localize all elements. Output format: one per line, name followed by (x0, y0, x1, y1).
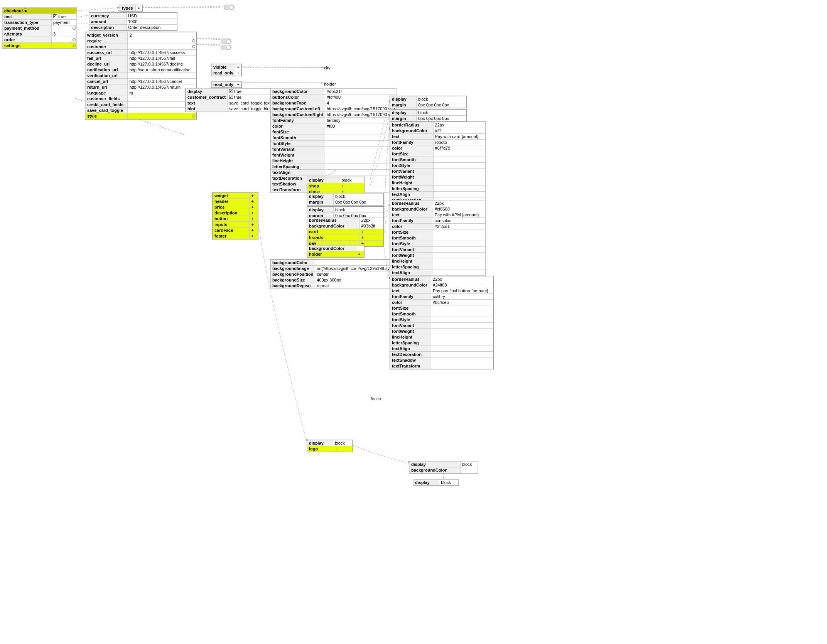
display-value: true (228, 89, 273, 94)
checkout-label[interactable]: checkout ● (3, 8, 77, 14)
decline-url-key: decline_url (86, 61, 128, 67)
bg-color-card-value: #03b3ff (359, 223, 383, 229)
visible-key: visible (212, 64, 235, 70)
bg-color-card-key: backgroundColor (307, 223, 360, 229)
inputs-port[interactable]: + (250, 222, 258, 228)
font-family-pcb-key: fontFamily (390, 140, 434, 145)
card-port[interactable]: + (359, 229, 383, 235)
types-port[interactable]: + (136, 5, 142, 11)
disp-r1-value: block (416, 96, 466, 102)
holder-port[interactable]: + (356, 251, 364, 257)
bg-color2-key: backgroundColor (271, 260, 315, 266)
line-height-pcb-value (433, 180, 485, 186)
font-weight-pab-value (433, 253, 485, 258)
font-smooth-pcb-key: fontSmooth (390, 157, 434, 163)
notification-url-value: http://your_shop.com/notification (128, 67, 196, 73)
font-family-pab-key: fontFamily (390, 218, 433, 224)
header-key: header (213, 199, 250, 204)
amount-value: 1000 (126, 19, 177, 25)
line-height-pfb-key: lineHeight (390, 334, 431, 340)
toggle-require[interactable] (221, 39, 231, 44)
shop-port[interactable]: + (340, 183, 364, 189)
description-value: Order description (126, 25, 177, 30)
inputs-key: inputs (213, 222, 250, 228)
border-radius-pfb-key: borderRadius (390, 276, 431, 282)
display-block-right-1: display block margin 0px 0px 0px 0px (390, 96, 467, 108)
bg-color-b1-key: backgroundColor (410, 467, 461, 473)
visible-port[interactable]: + (235, 64, 241, 70)
text-transform-pfb-value (431, 363, 493, 369)
success-url-value: http://127.0.0.1:4567/success (128, 50, 196, 56)
disp-b2-value: block (439, 480, 459, 486)
shop-key: shop (307, 183, 340, 189)
card-face-port[interactable]: + (250, 228, 258, 233)
read-only2-port[interactable]: + (235, 82, 241, 88)
description-sub-port[interactable]: + (250, 210, 258, 216)
display-shop-close-node: display block shop + close + (307, 177, 365, 195)
font-style-pfb-key: fontStyle (390, 317, 431, 323)
margin-r2-value: 0px 0px 0px 0px (416, 116, 466, 121)
display2-key: display (307, 207, 334, 213)
price-key: price (213, 204, 250, 210)
logo-port[interactable]: + (333, 446, 353, 452)
header-port[interactable]: + (250, 199, 258, 204)
read-only-port[interactable]: + (235, 70, 241, 76)
brands-port[interactable]: + (359, 235, 383, 241)
font-variant-pab-key: fontVariant (390, 247, 433, 253)
text-align-key: textAlign (271, 170, 325, 175)
button-port[interactable]: + (250, 216, 258, 222)
disp-b2-key: display (414, 480, 439, 486)
display1-key: display (307, 194, 334, 199)
display1-value: block (333, 194, 383, 199)
border-radius-pcb-key: borderRadius (390, 122, 434, 128)
display-logo-key: display (307, 440, 333, 446)
field-settings-key: settings (3, 43, 52, 49)
return-url-key: return_url (86, 84, 128, 90)
margin-r1-key: margin (390, 102, 417, 108)
text-shadow-pfb-value (431, 357, 493, 363)
font-variant-pfb-value (431, 323, 493, 329)
font-variant-pcb-value (433, 169, 485, 174)
display-block-1: display block margin 0px 0px 0px 0px (307, 193, 384, 206)
field-test-value: true (52, 14, 77, 20)
widget-port[interactable]: + (250, 193, 258, 199)
hint-key: hint (186, 106, 228, 112)
font-variant-pfb-key: fontVariant (390, 323, 431, 329)
logo-key: logo (307, 446, 333, 452)
margin1-value: 0px 0px 0px 0px (333, 199, 383, 205)
text-pab-value: Pay with APM {amount} (433, 212, 485, 218)
field-payment-method-value (52, 25, 77, 31)
buttons-color-key: buttonsColor (271, 94, 325, 100)
font-weight-pcb-key: fontWeight (390, 174, 434, 180)
footer-port[interactable]: + (250, 233, 258, 239)
credit-card-fields-key: credit_card_fields (86, 102, 128, 108)
border-radius-pfb-value: 22px (431, 276, 493, 282)
checkout-node: checkout ● test true transaction_type pa… (2, 7, 77, 49)
text-pfb-value: Pay pay final button {amount} (431, 288, 493, 294)
font-family-pfb-value: calibry (431, 294, 493, 300)
bg-color-b1-value (460, 467, 478, 473)
style-key: style (86, 113, 128, 119)
text-decoration-pfb-value (431, 352, 493, 357)
line-height-value (325, 158, 397, 164)
letter-spacing-value (325, 164, 397, 170)
field-attempts-key: attempts (3, 31, 52, 37)
description-key: description (89, 25, 127, 30)
bg-position-value: center (315, 271, 396, 277)
types-label: types (120, 5, 136, 11)
toggle-customer[interactable] (221, 45, 231, 50)
bg-color-pfb-value: #24ff03 (431, 282, 493, 288)
bg-color-pab-key: backgroundColor (390, 206, 433, 212)
font-style-value (325, 141, 397, 147)
toggle-1[interactable] (224, 5, 235, 10)
font-smooth-pfb-value (431, 311, 493, 317)
bg-custom-right-key: backgroundCustomRight (271, 112, 325, 118)
price-port[interactable]: + (250, 204, 258, 210)
currency-key: currency (89, 13, 127, 19)
display-block-right-2: display block margin 0px 0px 0px 0px (390, 109, 467, 122)
font-style-pfb-value (431, 317, 493, 323)
text-decoration-pfb-key: textDecoration (390, 352, 431, 357)
read-only-key: read_only (212, 70, 235, 76)
font-smooth-value (325, 135, 397, 141)
display-key: display (186, 89, 228, 94)
